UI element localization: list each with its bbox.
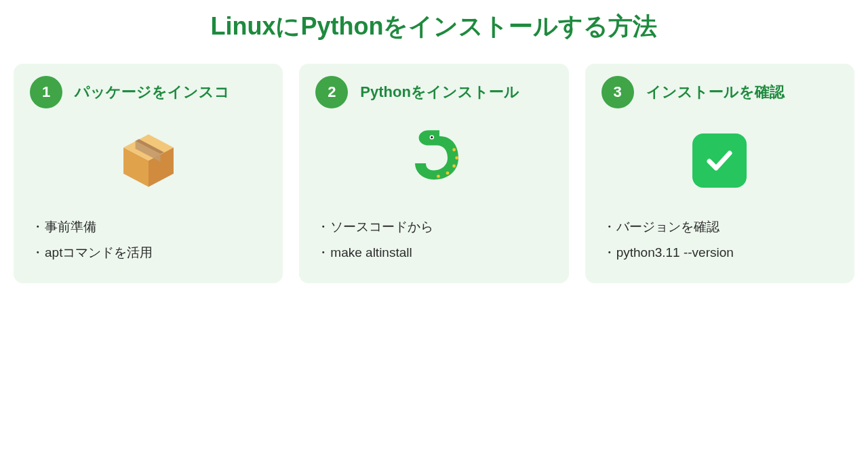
card-title: インストールを確認: [646, 82, 785, 102]
svg-point-10: [446, 171, 450, 175]
bullet-item: aptコマンドを活用: [45, 240, 267, 266]
page-title: LinuxにPythonをインストールする方法: [14, 10, 854, 43]
checkmark-icon: [601, 123, 838, 198]
step-badge: 2: [315, 76, 348, 108]
bullet-list: バージョンを確認 python3.11 --version: [601, 214, 838, 266]
package-icon: [30, 123, 267, 198]
card-packages: 1 パッケージをインスコ 事前準備 aptコマンドを活用: [14, 64, 283, 283]
svg-point-6: [431, 136, 433, 138]
svg-point-7: [452, 148, 456, 152]
bullet-item: バージョンを確認: [616, 214, 838, 240]
card-header: 3 インストールを確認: [601, 76, 838, 108]
step-badge: 1: [30, 76, 62, 108]
svg-point-9: [452, 165, 456, 168]
svg-point-11: [437, 175, 440, 178]
cards-row: 1 パッケージをインスコ 事前準備 aptコマンドを活用 2: [14, 64, 854, 283]
card-title: パッケージをインスコ: [75, 82, 230, 102]
bullet-list: 事前準備 aptコマンドを活用: [30, 214, 267, 266]
card-python: 2 Pythonをインストール ソースコードから make altinstall: [299, 64, 568, 283]
step-badge: 3: [601, 76, 634, 108]
card-header: 1 パッケージをインスコ: [30, 76, 267, 108]
bullet-item: ソースコードから: [330, 214, 552, 240]
card-verify: 3 インストールを確認 バージョンを確認 python3.11 --versio…: [585, 64, 854, 283]
bullet-item: make altinstall: [330, 240, 552, 266]
card-header: 2 Pythonをインストール: [315, 76, 552, 108]
bullet-item: python3.11 --version: [616, 240, 838, 266]
snake-icon: [315, 123, 552, 198]
bullet-item: 事前準備: [45, 214, 267, 240]
svg-point-8: [455, 157, 458, 160]
bullet-list: ソースコードから make altinstall: [315, 214, 552, 266]
card-title: Pythonをインストール: [360, 82, 519, 102]
